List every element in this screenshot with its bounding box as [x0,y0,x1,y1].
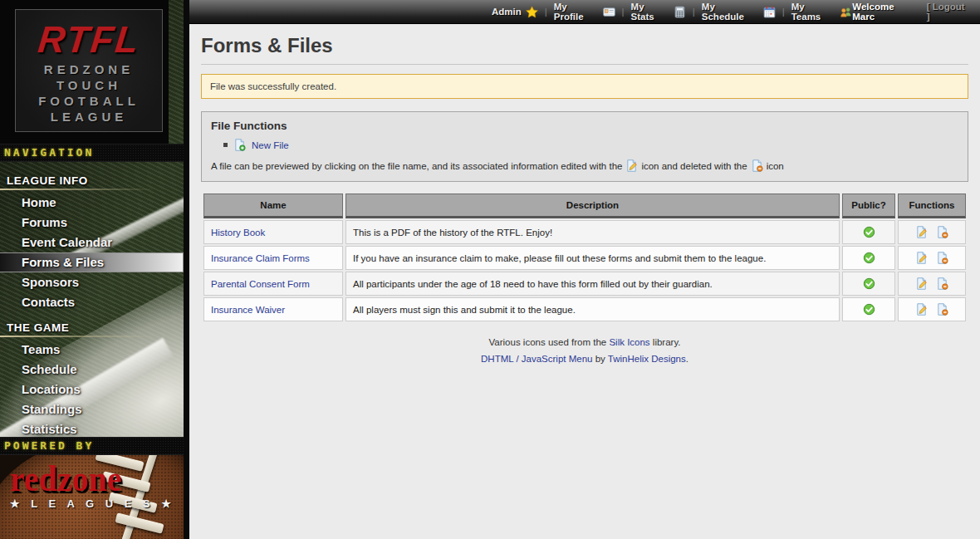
silk-icons-link[interactable]: Silk Icons [609,337,649,347]
file-description-cell: This is a PDF of the history of the RTFL… [345,220,840,244]
file-name-cell: Insurance Waiver [203,297,343,321]
sidebar-item-forums[interactable]: Forums [0,213,184,233]
topbar-link-my-profile[interactable]: My Profile [554,2,615,22]
file-name-link[interactable]: History Book [211,228,265,238]
sidebar-section-items: Teams Schedule Locations Standings Stati… [0,337,184,439]
sidebar-item-locations[interactable]: Locations [0,380,184,399]
sidebar-nav: LEAGUE INFO Home Forums Event Calendar F… [0,162,184,439]
page-delete-icon[interactable] [936,277,948,290]
page-edit-icon[interactable] [915,277,928,290]
credits-line-2: DHTML / JavaScript Menu by TwinHelix Des… [201,354,968,364]
logo-line: REDZONE [16,61,162,77]
hint-text: A file can be previewed by clicking on t… [211,161,622,171]
page-delete-icon[interactable] [936,226,948,238]
sidebar-item-standings[interactable]: Standings [0,399,184,419]
page-add-icon[interactable] [233,139,246,151]
sidebar-section-header: THE GAME [0,312,184,337]
star-icon [526,6,538,18]
page-credits: Various icons used from the Silk Icons l… [201,337,968,364]
topbar-link-my-stats[interactable]: My Stats [631,2,686,22]
leagues-brand-text: ★ L E A G U E S ★ [10,497,175,510]
sidebar-item-sponsors[interactable]: Sponsors [0,272,184,292]
column-header-description: Description [345,194,840,218]
table-row: Parental Consent Form All participants u… [203,272,966,296]
credits-text: Various icons used from the [489,337,607,347]
accept-icon [863,277,875,290]
new-file-link[interactable]: New File [252,140,289,150]
sidebar-item-event-calendar[interactable]: Event Calendar [0,233,184,252]
topbar-link-label: Admin [492,7,522,17]
page-edit-icon[interactable] [915,252,928,264]
calendar-icon [763,6,776,18]
topbar-link-label: My Profile [554,2,599,22]
flash-success-message: File was successfully created. [201,74,968,99]
file-public-cell [842,220,895,244]
file-public-cell [842,297,895,321]
page-delete-icon[interactable] [936,303,948,316]
vcard-icon [603,6,615,18]
file-public-cell [842,272,895,296]
topbar-link-my-teams[interactable]: My Teams [791,2,853,22]
file-name-link[interactable]: Insurance Waiver [211,305,285,315]
topbar-link-label: My Schedule [702,2,759,22]
navigation-marquee: NAVIGATION [0,144,184,162]
sidebar-section-header: LEAGUE INFO [0,165,184,190]
sidebar-item-teams[interactable]: Teams [0,340,184,360]
file-functions-cell [898,297,966,321]
file-name-cell: Parental Consent Form [203,272,343,296]
table-row: Insurance Claim Forms If you have an ins… [203,246,966,270]
twinhelix-link[interactable]: TwinHelix Designs [608,354,686,364]
welcome-message: Welcome Marc [852,2,918,22]
topbar-separator: | [782,7,785,17]
list-bullet [223,143,228,147]
files-table-body: History Book This is a PDF of the histor… [203,220,966,321]
topbar-user-area: Welcome Marc [ Logout ] [852,2,970,22]
file-functions-heading: File Functions [211,120,958,132]
sidebar-section: LEAGUE INFO Home Forums Event Calendar F… [0,165,184,312]
sidebar-section: THE GAME Teams Schedule Locations Standi… [0,312,184,439]
file-description-cell: If you have an insurance claim to make, … [345,246,840,270]
file-functions-cell [898,272,966,296]
redzone-brand-text: redzone [10,461,175,497]
column-header-name: Name [203,194,343,218]
file-name-cell: History Book [203,220,343,244]
sidebar-item-home[interactable]: Home [0,193,184,213]
accept-icon [863,303,875,316]
logo-line: LEAGUE [16,109,162,125]
file-name-link[interactable]: Insurance Claim Forms [211,253,310,263]
sidebar-item-schedule[interactable]: Schedule [0,360,184,380]
page-edit-icon[interactable] [915,303,928,316]
calculator-icon [674,6,686,18]
file-public-cell [842,246,895,270]
credits-text: library. [653,337,681,347]
accept-icon [863,252,875,264]
logout-link[interactable]: [ Logout ] [927,2,970,22]
table-row: Insurance Waiver All players must sign t… [203,297,966,321]
logo-line: TOUCH [16,77,162,93]
dhtml-menu-link[interactable]: DHTML / JavaScript Menu [481,354,592,364]
powered-by-logo-area: redzone ★ L E A G U E S ★ [0,454,184,539]
powered-by-marquee: POWERED BY [0,437,184,455]
file-name-cell: Insurance Claim Forms [203,246,343,270]
page-edit-icon[interactable] [915,226,928,238]
file-functions-cell [898,220,966,244]
main-content: Forms & Files File was successfully crea… [189,24,980,539]
file-description-cell: All participants under the age of 18 nee… [345,272,840,296]
sidebar-item-contacts[interactable]: Contacts [0,292,184,312]
files-table-header-row: Name Description Public? Functions [203,194,966,218]
topbar: Admin | My Profile | My Stats | My Sched… [189,0,980,24]
topbar-link-admin[interactable]: Admin [492,6,538,18]
accept-icon [863,226,875,238]
file-name-link[interactable]: Parental Consent Form [211,279,310,289]
league-logo-area: RTFL REDZONE TOUCH FOOTBALL LEAGUE [0,0,184,144]
topbar-separator: | [622,7,625,17]
topbar-link-my-schedule[interactable]: My Schedule [702,2,776,22]
sidebar-item-forms-files[interactable]: Forms & Files [0,252,184,272]
logo-line: FOOTBALL [16,93,162,109]
hint-text: icon and deleted with the [641,161,747,171]
group-icon [840,6,852,18]
page-delete-icon[interactable] [936,252,948,264]
file-functions-hint: A file can be previewed by clicking on t… [211,159,958,172]
page-delete-icon [751,159,763,172]
topbar-separator: | [693,7,695,17]
